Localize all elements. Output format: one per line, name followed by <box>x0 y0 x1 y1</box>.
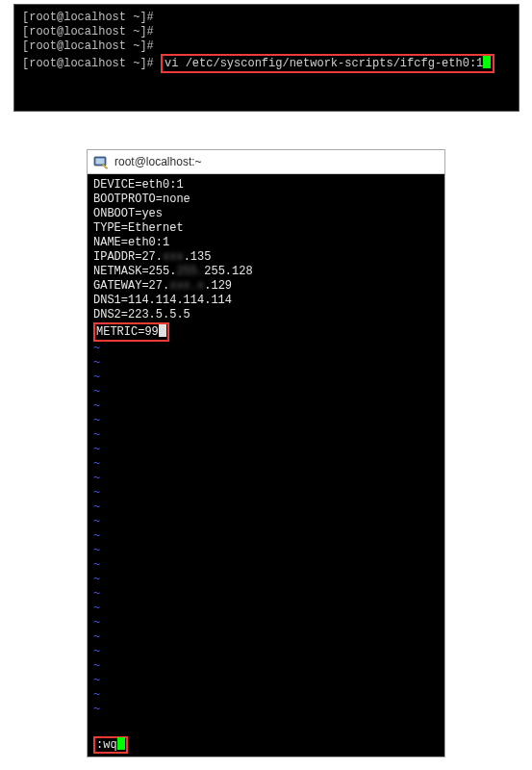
putty-icon <box>93 154 109 169</box>
gateway-prefix: GATEWAY=27. <box>93 279 169 293</box>
vi-tilde-line: ~ <box>93 544 439 558</box>
metric-highlight: METRIC=99 <box>93 322 169 342</box>
vi-tilde-line: ~ <box>93 385 439 399</box>
vi-tilde-line: ~ <box>93 371 439 385</box>
config-line-dns1: DNS1=114.114.114.114 <box>93 294 439 308</box>
config-line-device: DEVICE=eth0:1 <box>93 178 439 192</box>
cursor-icon <box>483 56 491 68</box>
vi-tilde-line: ~ <box>93 703 439 717</box>
vi-editor-window: root@localhost:~ DEVICE=eth0:1 BOOTPROTO… <box>87 149 445 757</box>
vi-tilde-line: ~ <box>93 472 439 486</box>
prompt-line-2: [root@localhost ~]# <box>22 25 511 39</box>
prompt-text: [root@localhost ~]# <box>22 25 154 38</box>
config-line-type: TYPE=Ethernet <box>93 221 439 236</box>
svg-rect-1 <box>96 159 105 165</box>
vi-tilde-line: ~ <box>93 587 439 602</box>
vi-tilde-line: ~ <box>93 573 439 587</box>
vi-tilde-line: ~ <box>93 688 439 703</box>
vi-tilde-line: ~ <box>93 529 439 544</box>
vi-tilde-line: ~ <box>93 414 439 428</box>
netmask-prefix: NETMASK=255. <box>93 265 176 278</box>
ipaddr-prefix: IPADDR=27. <box>93 250 163 264</box>
redacted-text: xxx.x <box>169 279 204 293</box>
vi-tilde-line: ~ <box>93 457 439 472</box>
ipaddr-suffix: .135 <box>184 250 212 264</box>
vi-tilde-line: ~ <box>93 630 439 645</box>
vi-tilde-line: ~ <box>93 602 439 616</box>
redacted-text: xxx <box>163 250 184 264</box>
prompt-line-4: [root@localhost ~]# vi /etc/sysconfig/ne… <box>22 54 511 73</box>
config-line-dns2: DNS2=223.5.5.5 <box>93 308 439 322</box>
metric-text: METRIC=99 <box>96 325 159 339</box>
vi-tilde-line: ~ <box>93 428 439 443</box>
wq-text: :wq <box>96 738 117 752</box>
config-line-name: NAME=eth0:1 <box>93 236 439 250</box>
vi-tilde-line: ~ <box>93 443 439 457</box>
config-line-gateway: GATEWAY=27.xxx.x.129 <box>93 279 439 294</box>
prompt-text: [root@localhost ~]# <box>22 11 154 24</box>
config-line-metric: METRIC=99 <box>93 322 439 342</box>
gateway-suffix: .129 <box>204 279 232 293</box>
redacted-text: 255. <box>176 265 204 278</box>
vi-tilde-line: ~ <box>93 342 439 356</box>
vi-tilde-line: ~ <box>93 515 439 529</box>
vi-editor-body[interactable]: DEVICE=eth0:1 BOOTPROTO=none ONBOOT=yes … <box>88 174 444 757</box>
vi-tilde-line: ~ <box>93 616 439 630</box>
config-line-netmask: NETMASK=255.255.255.128 <box>93 265 439 279</box>
prompt-line-3: [root@localhost ~]# <box>22 39 511 54</box>
vi-command-bar[interactable]: :wq <box>93 737 128 753</box>
vi-tilde-line: ~ <box>93 558 439 573</box>
prompt-text: [root@localhost ~]# <box>22 57 154 70</box>
config-line-bootproto: BOOTPROTO=none <box>93 192 439 207</box>
vi-command-text: vi /etc/sysconfig/network-scripts/ifcfg-… <box>165 57 483 70</box>
vi-tilde-line: ~ <box>93 486 439 500</box>
wq-highlight: :wq <box>93 736 128 754</box>
vi-tilde-line: ~ <box>93 356 439 371</box>
prompt-line-1: [root@localhost ~]# <box>22 11 511 25</box>
cursor-icon <box>159 324 166 337</box>
vi-tilde-line: ~ <box>93 645 439 659</box>
vi-command-highlight: vi /etc/sysconfig/network-scripts/ifcfg-… <box>161 54 494 73</box>
prompt-text: [root@localhost ~]# <box>22 39 154 53</box>
cursor-icon <box>117 737 125 750</box>
config-line-onboot: ONBOOT=yes <box>93 207 439 221</box>
vi-tilde-line: ~ <box>93 399 439 414</box>
window-title-bar[interactable]: root@localhost:~ <box>88 150 444 174</box>
vi-tilde-line: ~ <box>93 674 439 688</box>
config-line-ipaddr: IPADDR=27.xxx.135 <box>93 250 439 265</box>
window-title: root@localhost:~ <box>114 155 202 168</box>
vi-tilde-line: ~ <box>93 500 439 515</box>
top-terminal[interactable]: [root@localhost ~]# [root@localhost ~]# … <box>13 4 519 112</box>
vi-tilde-line: ~ <box>93 659 439 674</box>
netmask-suffix: 255.128 <box>204 265 252 278</box>
